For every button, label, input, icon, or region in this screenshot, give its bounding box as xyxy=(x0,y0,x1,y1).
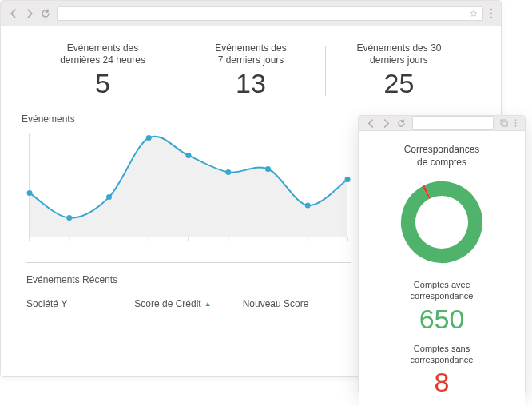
forward-icon[interactable] xyxy=(25,9,34,18)
stat-7d: Evénements des7 derniers jours 13 xyxy=(177,41,324,101)
browser-chrome xyxy=(1,1,501,26)
svg-point-26 xyxy=(515,122,517,124)
matched-value: 650 xyxy=(371,304,512,335)
col-new-score[interactable]: Nouveau Score xyxy=(243,298,351,309)
accounts-panel: Correspondancesde comptes Comptes avecco… xyxy=(359,131,525,406)
back-icon[interactable] xyxy=(367,119,375,128)
svg-point-15 xyxy=(66,215,72,221)
stat-label: Evénements des7 derniers jours xyxy=(186,42,315,66)
stat-label: Evénements des 30derniers jours xyxy=(335,42,463,66)
star-icon[interactable] xyxy=(470,10,478,18)
back-icon[interactable] xyxy=(9,9,18,18)
stat-value: 13 xyxy=(186,68,315,99)
svg-point-21 xyxy=(305,203,311,209)
menu-icon[interactable] xyxy=(490,8,493,19)
url-bar[interactable] xyxy=(412,116,494,130)
svg-point-16 xyxy=(106,194,112,200)
svg-point-22 xyxy=(345,177,351,182)
stat-24h: Evénements desdernières 24 heures 5 xyxy=(29,41,177,101)
reload-icon[interactable] xyxy=(41,9,50,18)
svg-point-0 xyxy=(490,8,492,10)
accounts-title: Correspondancesde comptes xyxy=(371,144,512,169)
accounts-donut-chart xyxy=(371,178,512,266)
menu-icon[interactable] xyxy=(514,118,517,128)
svg-point-28 xyxy=(398,178,486,266)
recent-events-header: Société Y Score de Crédit ▲ Nouveau Scor… xyxy=(26,298,351,309)
unmatched-label: Comptes sanscorrespondance xyxy=(371,343,512,366)
stat-label: Evénements desdernières 24 heures xyxy=(38,42,167,66)
svg-point-18 xyxy=(186,153,192,158)
divider xyxy=(26,262,351,263)
svg-point-19 xyxy=(225,169,231,175)
col-label: Société Y xyxy=(26,298,67,309)
url-bar[interactable] xyxy=(57,6,483,21)
unmatched-value: 8 xyxy=(371,367,512,398)
matched-label: Comptes aveccorrespondance xyxy=(371,279,512,302)
stat-value: 25 xyxy=(335,68,463,99)
svg-point-25 xyxy=(515,119,517,121)
stat-30d: Evénements des 30derniers jours 25 xyxy=(325,41,473,101)
svg-point-17 xyxy=(146,135,152,141)
svg-point-27 xyxy=(515,125,517,127)
copy-icon[interactable] xyxy=(500,119,508,127)
sort-asc-icon: ▲ xyxy=(204,300,212,308)
stat-value: 5 xyxy=(38,68,167,99)
stats-row: Evénements desdernières 24 heures 5 Evén… xyxy=(26,41,475,101)
forward-icon[interactable] xyxy=(382,119,391,128)
svg-rect-24 xyxy=(502,121,507,126)
sidebar-window: Correspondancesde comptes Comptes avecco… xyxy=(358,115,526,395)
col-label: Nouveau Score xyxy=(243,298,309,309)
col-company[interactable]: Société Y xyxy=(26,298,134,309)
reload-icon[interactable] xyxy=(397,119,406,128)
svg-point-2 xyxy=(490,16,492,18)
svg-point-1 xyxy=(490,12,492,14)
events-line-chart xyxy=(26,128,351,248)
col-credit-score[interactable]: Score de Crédit ▲ xyxy=(134,298,242,309)
browser-chrome xyxy=(359,116,525,131)
col-label: Score de Crédit xyxy=(134,298,200,309)
svg-point-14 xyxy=(27,190,33,196)
svg-point-20 xyxy=(265,166,271,172)
